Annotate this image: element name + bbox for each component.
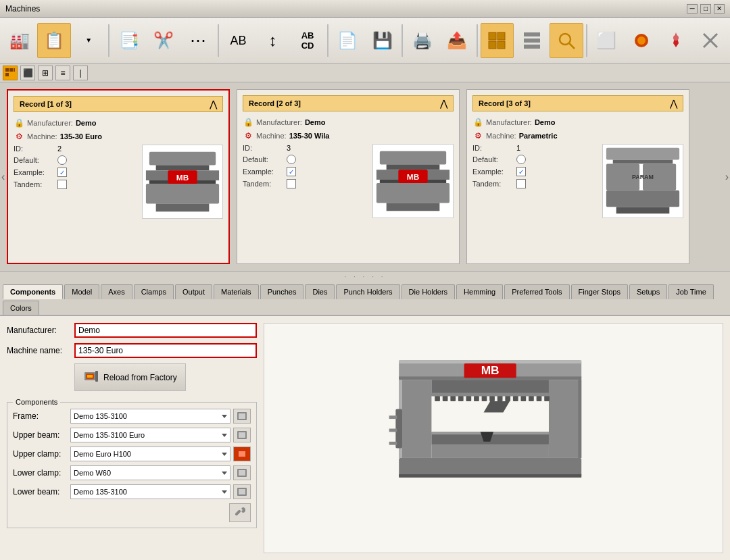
record-1-image: MB — [142, 145, 223, 219]
record-3-tandem-row: Tandem: — [472, 179, 597, 188]
toolbar-dropdown-button[interactable]: ▼ — [72, 23, 105, 58]
maximize-button[interactable]: □ — [700, 4, 711, 14]
toolbar-grid2-button[interactable] — [515, 23, 548, 58]
toolbar-status-button[interactable] — [625, 23, 658, 58]
toolbar-export-button[interactable]: 📤 — [441, 23, 474, 58]
sub-btn-grid[interactable]: ⊞ — [38, 66, 53, 80]
record-card-1[interactable]: Record [1 of 3] ⋀ 🔒 Manufacturer: Demo ⚙… — [7, 89, 230, 264]
toolbar-save-button[interactable]: 💾 — [366, 23, 399, 58]
record-2-default-radio[interactable] — [287, 155, 296, 164]
toolbar-copy-button[interactable]: 📑 — [112, 23, 145, 58]
record-1-collapse[interactable]: ⋀ — [210, 99, 217, 109]
tab-setups[interactable]: Setups — [629, 284, 667, 299]
svg-rect-18 — [5, 73, 9, 76]
toolbar-more-button[interactable]: ⋯ — [182, 23, 215, 58]
record-3-tandem-checkbox[interactable] — [516, 179, 526, 188]
sub-btn-multi[interactable] — [3, 66, 18, 80]
toolbar-sort-button[interactable]: ↕️ — [256, 23, 289, 58]
record-3-example-checkbox[interactable] — [516, 167, 526, 176]
frame-edit-button[interactable] — [233, 409, 251, 424]
sub-btn-separator[interactable]: | — [73, 66, 88, 80]
record-1-tandem-label: Tandem: — [14, 180, 57, 188]
tab-clamps[interactable]: Clamps — [134, 284, 174, 299]
sub-btn-single[interactable]: ⬛ — [20, 66, 35, 80]
svg-rect-53 — [239, 470, 245, 476]
tab-preferred-tools[interactable]: Preferred Tools — [504, 284, 569, 299]
tab-materials[interactable]: Materials — [214, 284, 259, 299]
tab-output[interactable]: Output — [175, 284, 212, 299]
record-3-tandem-label: Tandem: — [472, 180, 516, 188]
lower-clamp-select[interactable]: Demo W60 — [70, 465, 230, 480]
toolbar-search-button[interactable] — [550, 23, 583, 58]
toolbar-list-button[interactable]: 📋 — [37, 23, 70, 58]
manufacturer-input[interactable] — [74, 323, 257, 338]
toolbar-pin-button[interactable] — [659, 23, 692, 58]
toolbar-factory-button[interactable]: 🏭 — [3, 23, 36, 58]
frame-select[interactable]: Demo 135-3100 — [70, 409, 230, 424]
toolbar-placeholder-button[interactable]: ⬜ — [590, 23, 623, 58]
record-2-title: Record [2 of 3] — [249, 99, 301, 107]
scroll-left-arrow[interactable]: ‹ — [1, 171, 5, 183]
records-area: ‹ Record [1 of 3] ⋀ 🔒 Manufacturer: Demo… — [0, 82, 730, 272]
record-3-default-radio[interactable] — [516, 155, 526, 164]
upper-clamp-edit-button[interactable] — [233, 447, 251, 461]
toolbar-replace-button[interactable]: ABCD — [291, 23, 324, 58]
lower-clamp-edit-button[interactable] — [233, 465, 251, 480]
svg-rect-20 — [156, 165, 210, 170]
toolbar-new-button[interactable]: 📄 — [331, 23, 364, 58]
record-3-default-row: Default: — [472, 155, 597, 164]
wrench-button[interactable] — [229, 503, 251, 522]
lower-clamp-row: Lower clamp: Demo W60 — [13, 465, 251, 480]
svg-text:MB: MB — [481, 363, 500, 376]
record-card-2[interactable]: Record [2 of 3] ⋀ 🔒 Manufacturer: Demo ⚙… — [237, 89, 460, 264]
tab-die-holders[interactable]: Die Holders — [402, 284, 455, 299]
svg-rect-87 — [399, 474, 581, 478]
lower-beam-select[interactable]: Demo 135-3100 — [70, 484, 230, 499]
record-1-default-radio[interactable] — [57, 155, 67, 165]
record-1-default-label: Default: — [14, 156, 57, 164]
frame-label: Frame: — [13, 411, 70, 421]
minimize-button[interactable]: ─ — [687, 4, 698, 14]
toolbar-cut-button[interactable]: ✂️ — [147, 23, 180, 58]
tab-finger-stops[interactable]: Finger Stops — [571, 284, 628, 299]
toolbar-separator-5 — [477, 24, 478, 57]
record-2-example-checkbox[interactable] — [287, 167, 296, 176]
toolbar-print-button[interactable]: 🖨️ — [406, 23, 439, 58]
tab-axes[interactable]: Axes — [101, 284, 132, 299]
sub-btn-list[interactable]: ≡ — [55, 66, 70, 80]
record-2-collapse[interactable]: ⋀ — [440, 98, 447, 109]
lower-beam-edit-button[interactable] — [233, 484, 251, 499]
machine-name-input[interactable] — [74, 343, 257, 358]
svg-text:MB: MB — [176, 173, 189, 182]
tab-colors[interactable]: Colors — [3, 301, 39, 315]
upper-beam-edit-button[interactable] — [233, 428, 251, 442]
window-controls: ─ □ ✕ — [687, 4, 725, 14]
record-1-example-checkbox[interactable] — [57, 168, 67, 177]
toolbar-text-button[interactable]: AB — [222, 23, 255, 58]
tab-job-time[interactable]: Job Time — [668, 284, 714, 299]
tab-punches[interactable]: Punches — [260, 284, 304, 299]
tab-dies[interactable]: Dies — [305, 284, 335, 299]
record-2-machine-label: Machine: — [256, 132, 287, 140]
record-1-manufacturer-field: 🔒 Manufacturer: Demo — [14, 118, 223, 128]
svg-rect-63 — [578, 380, 581, 458]
svg-rect-36 — [613, 160, 673, 164]
tab-hemming[interactable]: Hemming — [456, 284, 503, 299]
reload-from-factory-button[interactable]: Reload from Factory — [74, 363, 186, 391]
svg-rect-68 — [450, 396, 456, 401]
record-2-tandem-checkbox[interactable] — [287, 179, 296, 188]
record-1-manufacturer-value: Demo — [76, 119, 97, 127]
record-2-machine-value: 135-30 Wila — [289, 132, 330, 140]
scroll-right-arrow[interactable]: › — [725, 171, 729, 183]
upper-clamp-select[interactable]: Demo Euro H100 — [70, 447, 230, 461]
record-card-3[interactable]: Record [3 of 3] ⋀ 🔒 Manufacturer: Demo ⚙… — [466, 89, 689, 264]
toolbar-close-button[interactable] — [694, 23, 727, 58]
tab-components[interactable]: Components — [3, 284, 63, 299]
tab-model[interactable]: Model — [64, 284, 99, 299]
record-1-tandem-checkbox[interactable] — [57, 180, 67, 189]
toolbar-grid1-button[interactable] — [481, 23, 514, 58]
tab-punch-holders[interactable]: Punch Holders — [336, 284, 399, 299]
upper-beam-select[interactable]: Demo 135-3100 Euro — [70, 428, 230, 442]
record-3-collapse[interactable]: ⋀ — [670, 98, 677, 109]
close-button[interactable]: ✕ — [714, 4, 725, 14]
